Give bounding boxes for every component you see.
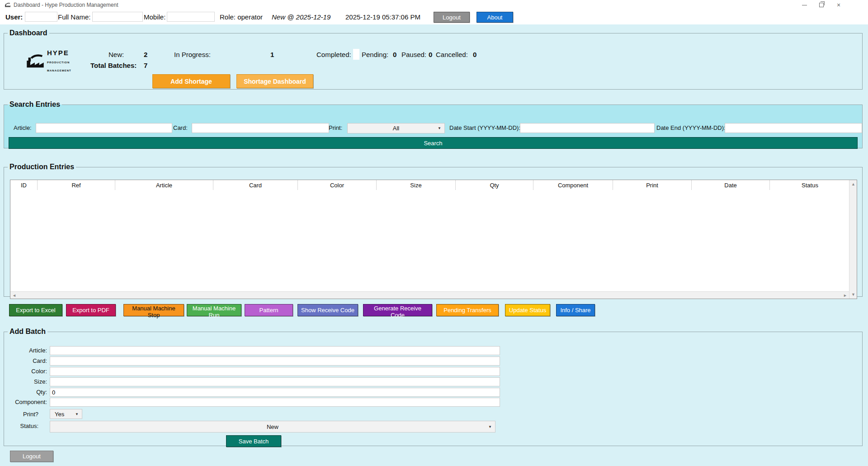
batch-print-select[interactable]: Yes ▼: [50, 409, 82, 419]
action-buttons: Export to ExcelExport to PDFManual Machi…: [0, 304, 868, 316]
user-label: User:: [5, 13, 23, 21]
batch-color-input[interactable]: [50, 367, 500, 376]
user-info-bar: User: Full Name: Mobile: Role: operator …: [0, 10, 868, 24]
action-button-generate-receive-code[interactable]: Generate Receive Code: [363, 304, 432, 316]
factory-icon: [25, 53, 45, 69]
minimize-icon[interactable]: [797, 0, 812, 10]
production-entries-title: Production Entries: [8, 163, 76, 171]
action-button-pattern[interactable]: Pattern: [245, 304, 293, 316]
search-card-label: Card:: [173, 124, 188, 131]
search-print-label: Print:: [329, 124, 342, 131]
action-button-update-status[interactable]: Update Status: [505, 304, 550, 316]
search-card-input[interactable]: [192, 123, 329, 133]
action-button-show-receive-code[interactable]: Show Receive Code: [297, 304, 358, 316]
fullname-label: Full Name:: [58, 13, 91, 21]
logo-line1: PRODUCTION: [47, 61, 70, 64]
batch-component-input[interactable]: [50, 398, 500, 407]
user-field[interactable]: [25, 12, 57, 22]
logout-button-bottom[interactable]: Logout: [10, 451, 53, 462]
shortage-dashboard-button[interactable]: Shortage Dashboard: [236, 74, 313, 88]
scroll-down-icon[interactable]: ▼: [851, 293, 855, 297]
column-header-qty[interactable]: Qty: [456, 180, 533, 190]
print-filter-select[interactable]: All ▼: [347, 123, 445, 133]
restore-icon[interactable]: [814, 0, 829, 10]
total-batches-label: Total Batches:: [90, 62, 137, 69]
add-batch-title: Add Batch: [8, 328, 47, 336]
application-window: Dashboard - Hype Production Management ×…: [0, 0, 868, 466]
horizontal-scrollbar[interactable]: ◄ ►: [10, 291, 849, 299]
batch-print-label: Print?: [4, 411, 38, 418]
batch-color-label: Color:: [4, 368, 47, 375]
batch-article-input[interactable]: [50, 346, 500, 355]
date-end-label: Date End (YYYY-MM-DD):: [656, 124, 726, 131]
close-icon[interactable]: ×: [831, 0, 846, 10]
print-filter-value: All: [348, 125, 444, 132]
add-shortage-button[interactable]: Add Shortage: [152, 74, 230, 88]
vertical-scrollbar[interactable]: ▲ ▼: [849, 180, 857, 299]
column-header-color[interactable]: Color: [298, 180, 377, 190]
in-progress-value: 1: [270, 51, 274, 58]
pending-value: 0: [393, 51, 396, 58]
scroll-left-icon[interactable]: ◄: [12, 294, 16, 298]
column-header-id[interactable]: ID: [10, 180, 38, 190]
chevron-down-icon: ▼: [75, 412, 79, 416]
search-section: Search Entries Article: Card: Print: All…: [4, 100, 863, 148]
column-header-print[interactable]: Print: [613, 180, 692, 190]
paused-label: Paused:: [401, 51, 426, 58]
batch-print-value: Yes: [55, 411, 64, 418]
column-header-article[interactable]: Article: [115, 180, 213, 190]
title-bar: Dashboard - Hype Production Management ×: [0, 0, 868, 10]
column-header-card[interactable]: Card: [213, 180, 298, 190]
action-button-export-to-excel[interactable]: Export to Excel: [9, 304, 62, 316]
search-article-label: Article:: [14, 124, 32, 131]
action-button-manual-machine-stop[interactable]: Manual Machine Stop: [123, 304, 184, 316]
scroll-right-icon[interactable]: ►: [843, 294, 847, 298]
app-icon: [5, 2, 11, 8]
save-batch-button[interactable]: Save Batch: [226, 435, 281, 447]
hype-logo: HYPE PRODUCTION MANAGEMENT: [25, 49, 71, 73]
mobile-field[interactable]: [167, 12, 215, 22]
batch-status-select[interactable]: New ▼: [50, 421, 495, 433]
column-header-component[interactable]: Component: [533, 180, 613, 190]
batch-component-label: Component:: [4, 399, 47, 405]
cancelled-label: Cancelled:: [436, 51, 468, 58]
search-button[interactable]: Search: [9, 137, 858, 149]
batch-status-label: Status:: [4, 423, 38, 429]
action-button-info-share[interactable]: Info / Share: [556, 304, 595, 316]
action-button-pending-transfers[interactable]: Pending Transfers: [436, 304, 499, 316]
logo-line2: MANAGEMENT: [47, 69, 71, 72]
batch-status-value: New: [50, 423, 495, 430]
batch-card-label: Card:: [4, 357, 47, 364]
pending-label: Pending:: [362, 51, 388, 58]
column-header-size[interactable]: Size: [377, 180, 456, 190]
new-label: New:: [108, 51, 124, 58]
logout-button-top[interactable]: Logout: [434, 12, 470, 23]
batch-qty-input[interactable]: [50, 388, 500, 397]
batch-size-input[interactable]: [50, 377, 500, 386]
action-button-manual-machine-run[interactable]: Manual Machine Run: [187, 304, 241, 316]
search-article-input[interactable]: [36, 123, 172, 133]
scroll-up-icon[interactable]: ▲: [851, 182, 855, 186]
fullname-field[interactable]: [92, 12, 143, 22]
role-text: Role: operator: [220, 13, 263, 21]
total-batches-value: 7: [144, 62, 147, 69]
completed-value: [353, 49, 359, 60]
column-header-date[interactable]: Date: [692, 180, 770, 190]
window-title: Dashboard - Hype Production Management: [14, 2, 118, 8]
batch-article-label: Article:: [4, 347, 47, 354]
datetime-text: 2025-12-19 05:37:06 PM: [345, 13, 420, 21]
production-entries-section: Production Entries IDRefArticleCardColor…: [4, 163, 863, 297]
mobile-label: Mobile:: [144, 13, 165, 21]
action-button-export-to-pdf[interactable]: Export to PDF: [66, 304, 116, 316]
session-note: New @ 2025-12-19: [272, 13, 330, 21]
date-end-input[interactable]: [725, 123, 862, 133]
dashboard-section-title: Dashboard: [8, 29, 49, 37]
column-header-ref[interactable]: Ref: [38, 180, 115, 190]
production-table: IDRefArticleCardColorSizeQtyComponentPri…: [10, 180, 857, 299]
about-button[interactable]: About: [476, 12, 513, 23]
search-section-title: Search Entries: [8, 100, 62, 109]
batch-card-input[interactable]: [50, 357, 500, 366]
dashboard-section: Dashboard HYPE PRODUCTION MANAGEMENT New…: [4, 29, 863, 90]
date-start-input[interactable]: [520, 123, 655, 133]
column-header-status[interactable]: Status: [770, 180, 850, 190]
